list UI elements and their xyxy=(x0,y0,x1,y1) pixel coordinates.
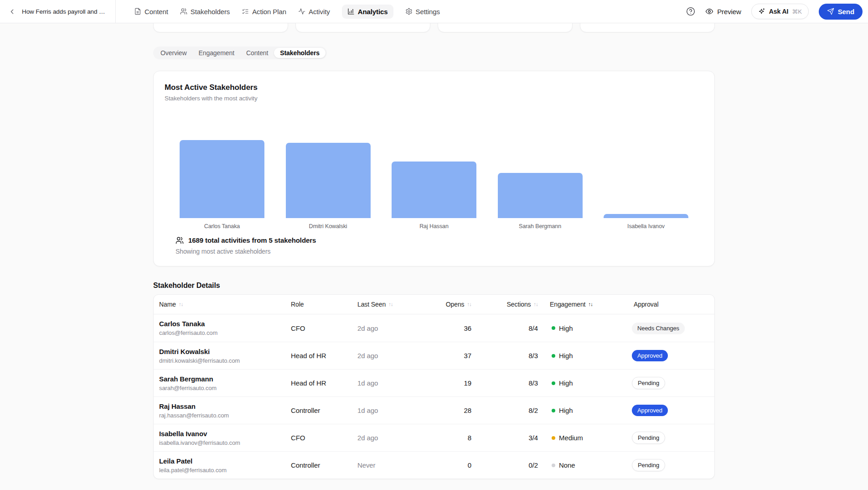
last-seen-cell: 2d ago xyxy=(352,352,418,360)
approval-cell: Needs Changes xyxy=(628,323,714,334)
table-row-leila-patel: Leila Patelleila.patel@ferrisauto.comCon… xyxy=(154,451,714,479)
chart-footer: 1689 total activities from 5 stakeholder… xyxy=(165,236,703,255)
engagement-level: High xyxy=(559,407,573,414)
topbar-actions: Preview Ask AI ⌘K Send xyxy=(686,4,868,20)
column-header-opens[interactable]: Opens↑↓ xyxy=(418,301,478,308)
name-cell: Sarah Bergmannsarah@ferrisauto.com xyxy=(154,375,285,391)
tab-stakeholders[interactable]: Stakeholders xyxy=(180,5,230,19)
subtab-engagement[interactable]: Engagement xyxy=(193,48,240,58)
role-cell: Controller xyxy=(285,461,352,469)
engagement-level: None xyxy=(559,461,575,469)
top-navigation-bar: How Ferris adds payroll and … Content St… xyxy=(0,0,868,23)
eye-icon xyxy=(705,7,713,16)
sections-cell: 8/4 xyxy=(478,324,544,332)
table-header-row: Name↑↓RoleLast Seen↑↓Opens↑↓Sections↑↓En… xyxy=(154,295,714,314)
chart-subtitle: Stakeholders with the most activity xyxy=(165,95,703,102)
bar-label-dmitri-kowalski: Dmitri Kowalski xyxy=(286,223,371,230)
chart-title: Most Active Stakeholders xyxy=(165,83,703,92)
role-cell: CFO xyxy=(285,324,352,332)
preview-button[interactable]: Preview xyxy=(705,7,741,16)
send-button[interactable]: Send xyxy=(819,4,863,20)
stakeholder-details-table: Name↑↓RoleLast Seen↑↓Opens↑↓Sections↑↓En… xyxy=(153,294,715,479)
column-header-engagement[interactable]: Engagement↑↓ xyxy=(544,301,628,308)
last-seen-cell: 2d ago xyxy=(352,324,418,332)
primary-tabs: Content Stakeholders Action Plan Activit… xyxy=(116,5,440,19)
subtab-stakeholders[interactable]: Stakeholders xyxy=(274,48,326,58)
name-cell: Raj Hassanraj.hassan@ferrisauto.com xyxy=(154,402,285,419)
back-button[interactable] xyxy=(8,8,16,16)
stakeholder-email: leila.patel@ferrisauto.com xyxy=(159,467,280,474)
subtab-overview[interactable]: Overview xyxy=(155,48,193,58)
tab-label: Settings xyxy=(416,8,440,16)
engagement-dot xyxy=(552,381,555,385)
table-row-dmitri-kowalski: Dmitri Kowalskidmitri.kowalski@ferrisaut… xyxy=(154,342,714,369)
stakeholder-email: dmitri.kowalski@ferrisauto.com xyxy=(159,357,280,364)
sections-cell: 8/3 xyxy=(478,352,544,360)
engagement-dot xyxy=(552,354,555,358)
most-active-stakeholders-card: Most Active Stakeholders Stakeholders wi… xyxy=(153,71,715,266)
bar-dmitri-kowalski[interactable] xyxy=(286,143,371,218)
ask-ai-button[interactable]: Ask AI ⌘K xyxy=(751,4,809,19)
paper-plane-icon xyxy=(827,8,834,15)
approval-cell: Pending xyxy=(628,377,714,389)
approval-badge: Pending xyxy=(632,459,665,471)
engagement-cell: High xyxy=(544,324,628,332)
analytics-page: Overview Engagement Content Stakeholders… xyxy=(153,0,715,479)
approval-badge: Needs Changes xyxy=(632,323,685,334)
stakeholder-name: Carlos Tanaka xyxy=(159,320,280,328)
tab-label: Action Plan xyxy=(252,8,286,16)
preview-label: Preview xyxy=(717,8,741,16)
engagement-dot xyxy=(552,326,555,330)
circle-question-icon xyxy=(686,7,695,16)
role-cell: CFO xyxy=(285,434,352,442)
engagement-cell: High xyxy=(544,352,628,360)
tab-action-plan[interactable]: Action Plan xyxy=(242,5,286,19)
approval-cell: Pending xyxy=(628,459,714,471)
opens-cell: 37 xyxy=(418,352,478,360)
sort-icon: ↑↓ xyxy=(467,302,472,307)
bar-plot xyxy=(165,110,703,218)
tab-activity[interactable]: Activity xyxy=(298,5,330,19)
tab-label: Stakeholders xyxy=(191,8,230,16)
stakeholder-name: Dmitri Kowalski xyxy=(159,348,280,355)
name-cell: Dmitri Kowalskidmitri.kowalski@ferrisaut… xyxy=(154,348,285,364)
tab-settings[interactable]: Settings xyxy=(405,5,440,19)
sections-cell: 3/4 xyxy=(478,434,544,442)
column-header-sections[interactable]: Sections↑↓ xyxy=(478,301,544,308)
tab-label: Activity xyxy=(309,8,330,16)
last-seen-cell: 1d ago xyxy=(352,407,418,414)
column-header-name[interactable]: Name↑↓ xyxy=(154,301,285,308)
keyboard-shortcut: ⌘K xyxy=(792,8,801,15)
subtab-content[interactable]: Content xyxy=(240,48,274,58)
engagement-dot xyxy=(552,464,555,467)
engagement-dot xyxy=(552,436,555,440)
opens-cell: 8 xyxy=(418,434,478,442)
bar-label-raj-hassan: Raj Hassan xyxy=(392,223,476,230)
stakeholder-email: isabella.ivanov@ferrisauto.com xyxy=(159,439,280,446)
stakeholder-name: Isabella Ivanov xyxy=(159,430,280,438)
tab-label: Analytics xyxy=(358,8,388,16)
approval-cell: Pending xyxy=(628,432,714,444)
engagement-level: High xyxy=(559,352,573,360)
bar-carlos-tanaka[interactable] xyxy=(180,140,264,218)
stakeholder-name: Sarah Bergmann xyxy=(159,375,280,383)
help-button[interactable] xyxy=(686,7,695,16)
table-row-carlos-tanaka: Carlos Tanakacarlos@ferrisauto.comCFO2d … xyxy=(154,314,714,342)
bar-sarah-bergmann[interactable] xyxy=(498,173,583,218)
document-title-section: How Ferris adds payroll and … xyxy=(0,0,116,23)
opens-cell: 36 xyxy=(418,324,478,332)
engagement-cell: High xyxy=(544,407,628,414)
tab-content[interactable]: Content xyxy=(134,5,168,19)
bar-label-sarah-bergmann: Sarah Bergmann xyxy=(498,223,583,230)
bar-raj-hassan[interactable] xyxy=(392,162,476,218)
tab-analytics[interactable]: Analytics xyxy=(342,5,393,19)
bar-isabella-ivanov[interactable] xyxy=(604,214,688,218)
chart-total-text: 1689 total activities from 5 stakeholder… xyxy=(188,236,316,245)
bar-slot-dmitri-kowalski xyxy=(286,110,371,218)
bar-slot-isabella-ivanov xyxy=(604,110,688,218)
stakeholder-name: Raj Hassan xyxy=(159,402,280,410)
bar-slot-sarah-bergmann xyxy=(498,110,583,218)
name-cell: Carlos Tanakacarlos@ferrisauto.com xyxy=(154,320,285,336)
column-header-last-seen[interactable]: Last Seen↑↓ xyxy=(352,301,418,308)
engagement-cell: None xyxy=(544,461,628,469)
